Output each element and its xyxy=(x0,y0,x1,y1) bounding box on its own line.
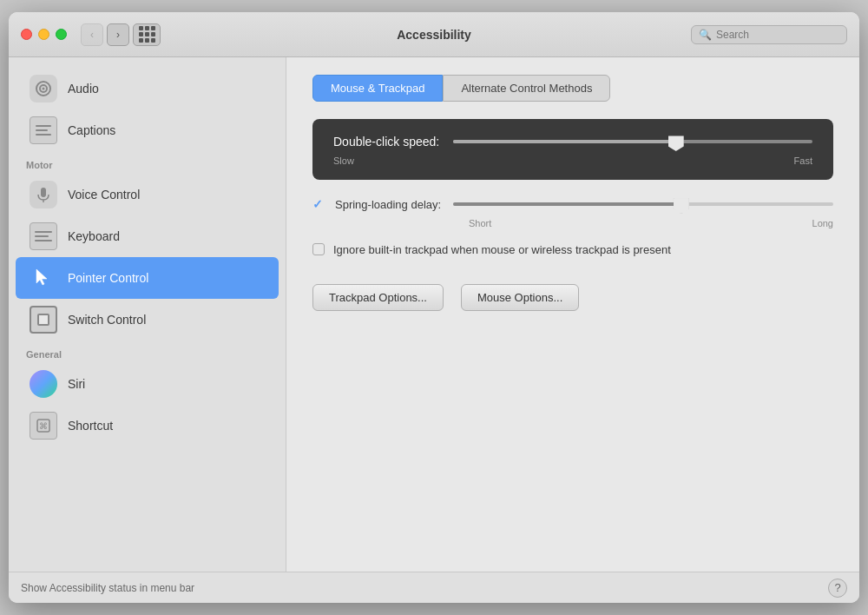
fast-label: Fast xyxy=(794,155,812,166)
sidebar-item-captions[interactable]: Captions xyxy=(16,109,279,151)
sidebar-item-shortcut[interactable]: ⌘ Shortcut xyxy=(16,405,279,446)
maximize-button[interactable] xyxy=(56,29,67,40)
sidebar-item-switch-control-label: Switch Control xyxy=(68,313,146,327)
search-input[interactable] xyxy=(716,29,839,41)
window-title: Accessibility xyxy=(397,28,471,42)
spring-loading-slider[interactable] xyxy=(453,202,833,206)
content-area: Mouse & Trackpad Alternate Control Metho… xyxy=(286,57,859,572)
sidebar-item-captions-label: Captions xyxy=(68,123,115,137)
double-click-slider[interactable] xyxy=(453,140,812,143)
main-content: Audio Captions Motor xyxy=(9,57,859,572)
show-accessibility-label: Show Accessibility status in menu bar xyxy=(21,582,194,594)
slow-label: Slow xyxy=(333,155,354,166)
spring-loading-row: ✓ Spring-loading delay: xyxy=(312,197,833,211)
keyboard-icon xyxy=(30,222,57,250)
back-button[interactable]: ‹ xyxy=(81,23,103,46)
mouse-options-button[interactable]: Mouse Options... xyxy=(461,284,579,311)
double-click-label: Double-click speed: xyxy=(333,135,439,149)
tab-mouse-trackpad[interactable]: Mouse & Trackpad xyxy=(312,75,443,102)
sidebar-item-pointer-control[interactable]: Pointer Control xyxy=(16,257,279,299)
double-click-row: Double-click speed: xyxy=(333,135,812,149)
close-button[interactable] xyxy=(21,29,32,40)
search-icon: 🔍 xyxy=(699,29,712,41)
sidebar-item-keyboard-label: Keyboard xyxy=(68,229,120,243)
sidebar-item-audio[interactable]: Audio xyxy=(16,68,279,109)
sidebar-item-keyboard[interactable]: Keyboard xyxy=(16,215,279,257)
tab-alternate-control[interactable]: Alternate Control Methods xyxy=(443,75,610,102)
ignore-trackpad-checkbox[interactable] xyxy=(312,243,325,255)
svg-point-3 xyxy=(43,88,45,90)
nav-buttons: ‹ › xyxy=(81,23,129,46)
spring-loading-section: ✓ Spring-loading delay: Short Long xyxy=(312,197,833,228)
double-click-panel: Double-click speed: Slow Fast xyxy=(312,119,833,180)
tab-bar: Mouse & Trackpad Alternate Control Metho… xyxy=(312,75,833,102)
sidebar-item-siri[interactable]: Siri xyxy=(16,363,279,405)
chevron-right-icon: › xyxy=(116,29,120,41)
sidebar-item-switch-control[interactable]: Switch Control xyxy=(16,299,279,341)
search-box[interactable]: 🔍 xyxy=(691,25,847,44)
sidebar-item-voice-control-label: Voice Control xyxy=(68,188,140,202)
sidebar-section-general: General xyxy=(9,341,286,363)
sidebar-item-shortcut-label: Shortcut xyxy=(68,419,113,433)
spring-loading-checkmark: ✓ xyxy=(312,197,326,211)
spring-loading-labels: Short Long xyxy=(312,218,833,228)
minimize-button[interactable] xyxy=(38,29,49,40)
footer: Show Accessibility status in menu bar ? xyxy=(9,572,859,603)
siri-icon xyxy=(30,370,57,398)
sidebar: Audio Captions Motor xyxy=(9,57,286,572)
trackpad-options-button[interactable]: Trackpad Options... xyxy=(312,284,444,311)
svg-rect-4 xyxy=(41,188,46,197)
shortcut-icon: ⌘ xyxy=(30,412,57,440)
audio-icon xyxy=(30,75,57,102)
svg-text:⌘: ⌘ xyxy=(39,421,48,431)
sidebar-section-motor: Motor xyxy=(9,151,286,174)
forward-button[interactable]: › xyxy=(107,23,129,46)
ignore-trackpad-label: Ignore built-in trackpad when mouse or w… xyxy=(333,242,671,258)
voice-icon xyxy=(30,181,57,208)
short-label: Short xyxy=(469,218,491,228)
switch-icon xyxy=(30,306,57,334)
spring-loading-label: Spring-loading delay: xyxy=(335,198,441,211)
chevron-left-icon: ‹ xyxy=(90,29,94,41)
sidebar-item-audio-label: Audio xyxy=(68,82,99,96)
long-label: Long xyxy=(812,218,833,228)
grid-button[interactable] xyxy=(133,23,161,46)
ignore-trackpad-row: Ignore built-in trackpad when mouse or w… xyxy=(312,242,833,258)
sidebar-item-voice-control[interactable]: Voice Control xyxy=(16,174,279,215)
pointer-icon xyxy=(30,264,57,292)
grid-icon xyxy=(139,26,155,43)
captions-icon xyxy=(30,116,57,144)
traffic-lights xyxy=(21,29,67,40)
double-click-labels: Slow Fast xyxy=(333,155,812,166)
help-button[interactable]: ? xyxy=(828,579,847,598)
bottom-buttons: Trackpad Options... Mouse Options... xyxy=(312,284,833,311)
sidebar-item-pointer-control-label: Pointer Control xyxy=(68,271,148,285)
titlebar: ‹ › Accessibility 🔍 xyxy=(9,12,859,57)
sidebar-item-siri-label: Siri xyxy=(68,377,85,391)
svg-marker-6 xyxy=(36,269,47,285)
